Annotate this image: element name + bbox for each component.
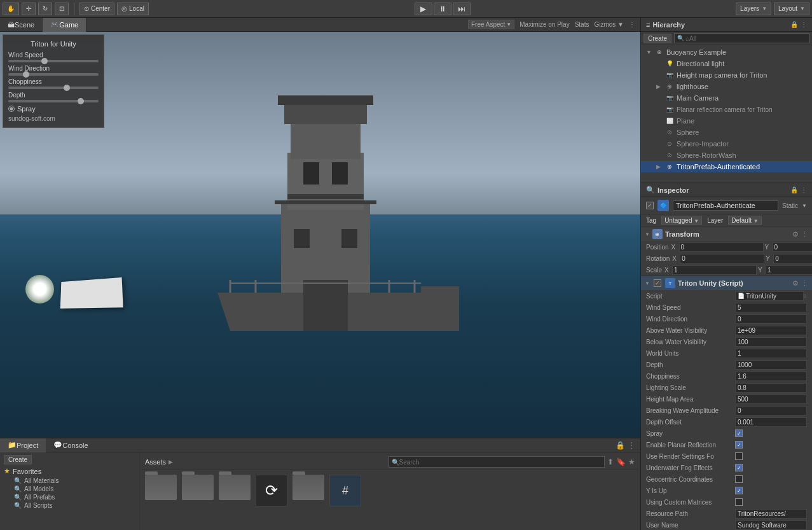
breaking-wave-prop-value[interactable]: 0 — [735, 406, 807, 415]
hier-heightmap[interactable]: 📷 Height map camera for Triton — [641, 69, 812, 81]
scale-tool-btn[interactable]: ⊡ — [55, 3, 69, 15]
wind-dir-prop-value[interactable]: 0 — [735, 314, 807, 324]
choppiness-track[interactable] — [8, 87, 99, 89]
custom-matrices-checkbox[interactable] — [735, 498, 743, 506]
hier-sphererotor[interactable]: ⊙ Sphere-RotorWash — [641, 150, 812, 161]
hier-lighthouse[interactable]: ▶ ⊕ lighthouse — [641, 81, 812, 92]
assets-search-input[interactable] — [399, 459, 602, 466]
depth-offset-prop-value[interactable]: 0.001 — [735, 417, 807, 427]
center-btn[interactable]: ⊙ Center — [79, 3, 114, 15]
hierarchy-create-btn[interactable]: Create — [643, 34, 671, 43]
geocentric-checkbox[interactable] — [735, 475, 743, 483]
rot-y-field[interactable] — [773, 254, 812, 263]
world-units-prop-value[interactable]: 1 — [735, 349, 807, 358]
triton-overflow-icon[interactable]: ⋮ — [801, 279, 808, 288]
all-scripts-item[interactable]: 🔍 All Scripts — [1, 501, 138, 510]
depth-thumb[interactable] — [78, 98, 84, 104]
transform-header[interactable]: ▼ ⊕ Transform ⚙ ⋮ — [641, 227, 812, 241]
asset-folder-2[interactable] — [182, 475, 214, 500]
resource-path-prop-value[interactable]: TritonResources/ — [735, 509, 807, 519]
pos-y-field[interactable] — [773, 242, 812, 252]
hierarchy-lock-icon[interactable]: 🔒 — [790, 21, 798, 28]
inspector-lock-icon[interactable]: 🔒 — [790, 186, 798, 193]
depth-prop-value[interactable]: 1000 — [735, 360, 807, 370]
hier-planar[interactable]: 📷 Planar reflection camera for Triton — [641, 104, 812, 115]
website-link[interactable]: sundog-soft.com — [8, 115, 99, 122]
rot-x-field[interactable] — [680, 254, 764, 263]
render-settings-checkbox[interactable] — [735, 452, 743, 460]
transform-overflow-icon[interactable]: ⋮ — [801, 230, 808, 239]
object-name-field[interactable]: TritonPrefab-Authenticate — [673, 200, 778, 211]
static-arrow-icon[interactable]: ▼ — [802, 203, 807, 209]
lighting-scale-prop-value[interactable]: 0.8 — [735, 383, 807, 393]
triton-settings-icon[interactable]: ⚙ — [792, 279, 799, 288]
choppiness-thumb[interactable] — [64, 85, 70, 91]
tab-console[interactable]: 💬 Console — [46, 438, 95, 452]
scale-x-field[interactable] — [672, 265, 757, 275]
triton-enabled-checkbox[interactable]: ✓ — [654, 279, 661, 287]
maximize-play-btn[interactable]: Maximize on Play — [520, 21, 569, 28]
asset-script[interactable]: # — [329, 475, 361, 506]
yis-up-checkbox[interactable]: ✓ — [735, 487, 743, 494]
viewport[interactable]: Triton for Unity Wind Speed Wind Directi… — [0, 32, 640, 438]
transform-menu-icon[interactable]: ⚙ — [792, 230, 799, 239]
free-aspect-dropdown[interactable]: Free Aspect ▼ — [468, 20, 514, 29]
tab-scene[interactable]: 🏔 Scene — [0, 18, 43, 32]
above-water-prop-value[interactable]: 1e+09 — [735, 326, 807, 335]
wind-direction-thumb[interactable] — [23, 71, 29, 78]
layers-dropdown[interactable]: Layers ▼ — [736, 3, 771, 15]
project-create-btn[interactable]: Create — [4, 455, 32, 464]
all-materials-item[interactable]: 🔍 All Materials — [1, 477, 138, 485]
all-prefabs-item[interactable]: 🔍 All Prefabs — [1, 493, 138, 501]
layer-dropdown[interactable]: Default ▼ — [728, 216, 761, 225]
wind-speed-track[interactable] — [8, 60, 99, 62]
inspector-menu-icon[interactable]: ⋮ — [801, 186, 807, 193]
depth-track[interactable] — [8, 100, 99, 102]
below-water-prop-value[interactable]: 100 — [735, 337, 807, 347]
pause-btn[interactable]: ⏸ — [434, 3, 451, 15]
asset-folder-3[interactable] — [219, 475, 251, 500]
triton-script-header[interactable]: ▼ ✓ T Triton Unity (Script) ⚙ ⋮ — [641, 276, 812, 290]
tab-game[interactable]: 🎮 Game — [43, 18, 86, 32]
local-btn[interactable]: ◎ Local — [117, 3, 149, 15]
bookmark-icon[interactable]: 🔖 — [616, 457, 626, 466]
hier-directional[interactable]: 💡 Directional light — [641, 58, 812, 69]
scale-y-field[interactable] — [766, 265, 812, 275]
hier-sphere[interactable]: ⊙ Sphere — [641, 127, 812, 138]
hier-plane[interactable]: ⬜ Plane — [641, 115, 812, 127]
spray-checkbox[interactable]: ✓ — [735, 429, 743, 437]
hand-tool-btn[interactable]: ✋ — [3, 3, 19, 15]
wind-direction-track[interactable] — [8, 73, 99, 76]
pos-x-field[interactable] — [679, 242, 764, 252]
hier-buoyancy[interactable]: ▼ ⊕ Buoyancy Example — [641, 46, 812, 58]
asset-unity-logo[interactable]: ⟳ — [256, 475, 287, 506]
move-tool-btn[interactable]: ✛ — [22, 3, 36, 15]
lock-bottom-icon[interactable]: 🔒 — [616, 441, 625, 450]
height-map-area-prop-value[interactable]: 500 — [735, 394, 807, 404]
star-icon-search[interactable]: ★ — [628, 457, 635, 466]
object-enabled-checkbox[interactable]: ✓ — [646, 202, 654, 209]
step-btn[interactable]: ⏭ — [453, 3, 471, 15]
hier-maincamera[interactable]: 📷 Main Camera — [641, 92, 812, 104]
all-models-item[interactable]: 🔍 All Models — [1, 485, 138, 493]
hierarchy-search-input[interactable] — [685, 35, 806, 42]
hier-sphereimpact[interactable]: ⊙ Sphere-Impactor — [641, 138, 812, 150]
user-name-prop-value[interactable]: Sundog Software — [735, 520, 807, 530]
spray-radio[interactable] — [8, 106, 15, 112]
asset-folder-1[interactable] — [145, 475, 177, 500]
stats-btn[interactable]: Stats — [575, 21, 589, 28]
underwater-fog-checkbox[interactable]: ✓ — [735, 464, 743, 471]
layout-dropdown[interactable]: Layout ▼ — [774, 3, 809, 15]
menu-bottom-icon[interactable]: ⋮ — [628, 441, 635, 450]
hierarchy-menu-icon[interactable]: ⋮ — [801, 21, 807, 28]
tab-project[interactable]: 📁 Project — [0, 438, 46, 452]
asset-folder-4[interactable] — [292, 475, 324, 500]
tag-dropdown[interactable]: Untagged ▼ — [661, 216, 702, 225]
rotate-tool-btn[interactable]: ↻ — [38, 3, 52, 15]
hier-tritonprefab[interactable]: ▶ ⊕ TritonPrefab-Authenticated — [641, 161, 812, 172]
scene-menu-icon[interactable]: ⋮ — [629, 21, 635, 28]
up-arrow-icon[interactable]: ⬆ — [607, 457, 614, 466]
choppiness-prop-value[interactable]: 1.6 — [735, 372, 807, 381]
wind-speed-thumb[interactable] — [41, 58, 48, 64]
planar-reflect-checkbox[interactable]: ✓ — [735, 441, 743, 449]
